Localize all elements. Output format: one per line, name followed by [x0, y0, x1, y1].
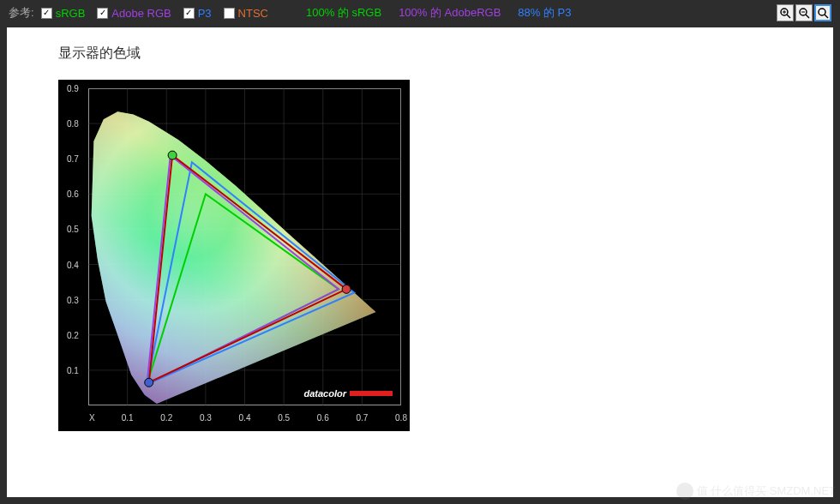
- ntsc-label: NTSC: [238, 7, 268, 20]
- svg-line-5: [806, 15, 809, 18]
- watermark-text: 值 什么值得买 SMZDM.NET: [697, 483, 837, 499]
- watermark-icon: [676, 483, 693, 500]
- zoom-in-button[interactable]: [777, 4, 794, 21]
- svg-marker-27: [92, 111, 376, 404]
- brand-bar-icon: [350, 391, 393, 396]
- checkbox-adobergb[interactable]: ✓ Adobe RGB: [97, 7, 171, 20]
- x-tick: 0.1: [122, 413, 134, 423]
- x-tick: 0.7: [356, 413, 368, 423]
- x-tick: 0.3: [200, 413, 212, 423]
- svg-point-32: [342, 285, 351, 293]
- x-tick: 0.8: [395, 413, 407, 423]
- svg-point-7: [819, 9, 825, 15]
- page-title: 显示器的色域: [58, 45, 782, 63]
- check-icon: ✓: [183, 8, 195, 19]
- p3-label: P3: [198, 7, 212, 20]
- coverage-srgb: 100% 的 sRGB: [306, 5, 381, 21]
- chromaticity-plot: [88, 88, 401, 405]
- coverage-argb: 100% 的 AdobeRGB: [399, 5, 501, 21]
- brand-logo: datacolor: [303, 388, 393, 399]
- x-axis-label: X: [89, 413, 95, 423]
- x-tick: 0.4: [239, 413, 251, 423]
- y-tick: 0.8: [67, 119, 79, 129]
- checkbox-srgb[interactable]: ✓ sRGB: [41, 7, 86, 20]
- y-tick: 0.5: [67, 225, 79, 234]
- check-icon: ✓: [41, 8, 52, 19]
- svg-line-1: [787, 15, 790, 18]
- coverage-p3: 88% 的 P3: [518, 5, 571, 21]
- checkbox-p3[interactable]: ✓ P3: [183, 7, 212, 20]
- toolbar: 参考: ✓ sRGB ✓ Adobe RGB ✓ P3 NTSC 100% 的 …: [0, 0, 840, 26]
- zoom-fit-button[interactable]: [814, 4, 831, 21]
- y-tick: 0.7: [67, 154, 79, 164]
- checkbox-ntsc[interactable]: NTSC: [224, 7, 268, 20]
- zoom-controls: [777, 4, 831, 21]
- check-icon: [224, 8, 235, 19]
- y-tick: 0.3: [67, 295, 79, 304]
- watermark: 值 什么值得买 SMZDM.NET: [676, 483, 837, 500]
- svg-point-34: [145, 378, 153, 387]
- svg-line-8: [825, 15, 828, 18]
- srgb-label: sRGB: [56, 7, 86, 20]
- argb-label: Adobe RGB: [111, 7, 171, 20]
- y-tick: 0.1: [67, 365, 79, 375]
- y-tick: 0.4: [67, 260, 79, 269]
- content-area[interactable]: 显示器的色域 0.10.20.30.40.50.60.70.80.9 0.10.…: [7, 27, 833, 497]
- svg-point-33: [168, 151, 177, 159]
- zoom-out-button[interactable]: [795, 4, 813, 21]
- x-tick: 0.5: [278, 413, 290, 423]
- y-tick: 0.9: [67, 84, 79, 93]
- gamut-chart: 0.10.20.30.40.50.60.70.80.9 0.10.20.30.4…: [58, 80, 410, 431]
- x-tick: 0.6: [317, 413, 329, 423]
- reference-label: 参考:: [9, 5, 34, 21]
- y-tick: 0.6: [67, 189, 79, 199]
- brand-text: datacolor: [303, 388, 346, 399]
- y-tick: 0.2: [67, 330, 79, 339]
- x-tick: 0.2: [160, 413, 172, 423]
- check-icon: ✓: [97, 8, 108, 19]
